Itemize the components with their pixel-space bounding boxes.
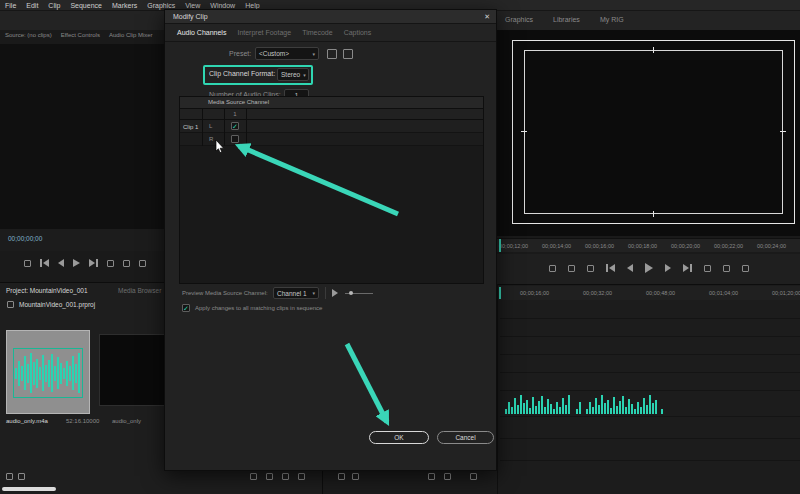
clip-channel-format-label: Clip Channel Format: [209,70,275,77]
preview-volume-knob[interactable] [349,291,353,295]
menu-item[interactable]: Help [245,2,259,9]
timeline-ruler-tick: 00;01;20;00 [772,290,800,296]
export-frame-icon[interactable] [742,265,749,272]
preview-play-icon[interactable] [332,289,338,297]
preset-label: Preset: [229,50,251,57]
save-preset-icon[interactable] [327,49,337,59]
clip2-name-label[interactable]: audio_only [112,418,141,424]
table-vline [224,109,225,146]
step-back-icon[interactable] [40,259,49,267]
dialog-tab[interactable]: Audio Channels [177,29,226,36]
timeline-zoom-out-icon[interactable] [428,473,435,480]
check-icon: ✓ [232,123,238,130]
timeline-ruler-tick: 00;00;16;00 [520,290,583,296]
cancel-button[interactable]: Cancel [437,431,494,444]
ok-button[interactable]: OK [369,431,429,444]
extract-icon[interactable] [723,265,730,272]
add-marker-icon[interactable] [549,265,556,272]
menu-item[interactable]: Sequence [70,2,102,9]
timeline-settings-icon[interactable] [338,473,345,480]
timeline-ruler-tick: 00;01;04;00 [709,290,772,296]
dialog-tab[interactable]: Timecode [302,29,332,36]
project-file-name[interactable]: MountainVideo_001.prproj [19,301,95,308]
list-view-icon[interactable] [6,473,13,480]
mark-out-icon[interactable] [587,265,594,272]
go-to-in-icon[interactable] [606,264,615,272]
dialog-title-bar[interactable]: Modify Clip ✕ [165,10,496,24]
step-forward-icon[interactable] [665,264,671,272]
audio-clip-waveform[interactable] [586,392,658,414]
play-backwards-icon[interactable] [58,259,64,267]
menu-item[interactable]: Clip [48,2,60,9]
audio-clip-waveform[interactable] [576,396,583,414]
new-item-icon[interactable] [282,473,289,480]
audio-clip-waveform[interactable] [661,400,666,414]
workspace-tab[interactable]: Libraries [553,16,580,23]
media-browser-tab[interactable]: Media Browser [118,287,161,294]
timeline-fit-icon[interactable] [470,473,477,480]
program-ruler[interactable]: 00;00;12;0000;00;14;0000;00;16;0000;00;1… [497,238,800,252]
menu-item[interactable]: Edit [26,2,38,9]
add-marker-icon[interactable] [24,260,31,267]
program-ruler-tick: 00;00;14;00 [542,243,585,249]
play-icon[interactable] [73,259,80,267]
workspace-tabs: GraphicsLibrariesMy RIG [505,16,624,23]
timeline-zoom-in-icon[interactable] [444,473,451,480]
project-horizontal-scrollbar[interactable] [2,487,56,491]
chevron-down-icon: ▾ [312,290,315,296]
program-ruler-tick: 00;00;18;00 [628,243,671,249]
clip-thumbnail-selected[interactable] [6,330,90,414]
safe-tick-right [780,131,786,132]
go-to-out-icon[interactable] [683,264,692,272]
track-separator [500,438,800,439]
timeline-playhead[interactable] [499,287,501,299]
workspace-tab[interactable]: Graphics [505,16,533,23]
menu-item[interactable]: View [185,2,200,9]
program-ruler-tick: 00;00;16;00 [585,243,628,249]
step-forward-icon[interactable] [89,259,98,267]
project-tab[interactable]: Project: MountainVideo_001 [6,287,88,294]
channel-left-checkbox[interactable]: ✓ [231,122,239,130]
timeline-snap-icon[interactable] [352,473,359,480]
chevron-down-icon: ▾ [312,51,315,57]
modify-clip-dialog: Modify Clip ✕ Audio ChannelsInterpret Fo… [164,9,497,471]
menu-item[interactable]: Markers [112,2,137,9]
step-back-icon[interactable] [627,264,633,272]
source-panel-tab[interactable]: Source: (no clips) [5,32,52,38]
preview-channel-dropdown[interactable]: Channel 1 ▾ [273,287,319,299]
table-vline [246,109,247,146]
workspace-tab[interactable]: My RIG [600,16,624,23]
menu-item[interactable]: Window [210,2,235,9]
close-icon[interactable]: ✕ [484,13,490,21]
new-bin-icon[interactable] [266,473,273,480]
source-transport [0,250,170,276]
program-playhead[interactable] [499,239,501,252]
program-ruler-tick: 00;00;20;00 [671,243,714,249]
menu-item[interactable]: Graphics [147,2,175,9]
dialog-tab[interactable]: Interpret Footage [237,29,291,36]
mark-in-icon[interactable] [568,265,575,272]
audio-clip-waveform[interactable] [505,392,572,414]
insert-icon[interactable] [107,260,114,267]
play-icon[interactable] [645,263,653,273]
source-panel-tab[interactable]: Effect Controls [61,32,100,38]
clip-channel-format-dropdown[interactable]: Stereo ▾ [277,68,309,81]
dialog-tab[interactable]: Captions [344,29,372,36]
clip-name-label[interactable]: audio_only.m4a [6,418,48,424]
menu-item[interactable]: File [5,2,16,9]
icon-view-icon[interactable] [18,473,25,480]
overwrite-icon[interactable] [123,260,130,267]
lift-icon[interactable] [704,265,711,272]
track-separator [500,372,800,373]
delete-icon[interactable] [298,473,305,480]
track-header-divider [497,284,498,494]
delete-preset-icon[interactable] [343,49,353,59]
table-header-label: Media Source Channel [208,99,269,105]
timeline-ruler[interactable]: 00;00;16;0000;00;32;0000;00;48;0000;01;0… [497,286,800,300]
export-frame-icon[interactable] [139,260,146,267]
preset-dropdown[interactable]: <Custom> ▾ [255,47,319,60]
automate-to-sequence-icon[interactable] [250,473,257,480]
apply-all-checkbox[interactable]: ✓ [182,304,190,312]
channel-right-checkbox[interactable] [231,135,239,143]
source-panel-tab[interactable]: Audio Clip Mixer [109,32,153,38]
